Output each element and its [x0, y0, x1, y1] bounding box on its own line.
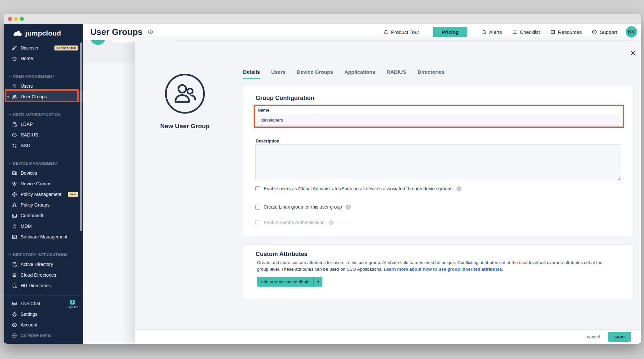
sidebar-item-software-management[interactable]: Software Management: [4, 231, 83, 242]
topbar-resources[interactable]: Resources: [550, 29, 582, 35]
cloud-directories-icon: [12, 272, 17, 278]
chevron-down-icon: [8, 253, 11, 256]
info-icon[interactable]: i: [329, 220, 334, 225]
policy-groups-icon: [12, 202, 17, 208]
chevron-down-icon: [8, 75, 11, 78]
jumpcloud-logo[interactable]: jumpcloud: [4, 24, 83, 43]
device-groups-icon: [12, 181, 17, 187]
zoom-window-button[interactable]: [20, 17, 24, 21]
custom-attributes-description: Create and store custom attributes for u…: [257, 259, 613, 273]
sidebar-item-commands[interactable]: Commands: [4, 210, 83, 221]
devices-icon: [12, 170, 17, 176]
caret-down-icon: [314, 281, 322, 283]
close-window-button[interactable]: [8, 17, 12, 21]
window-titlebar: [4, 14, 641, 24]
bell-icon: [481, 29, 487, 35]
sidebar-item-device-groups[interactable]: Device Groups: [4, 178, 83, 189]
sidebar-item-collapse-menu[interactable]: Collapse Menu: [4, 330, 83, 341]
tab-details[interactable]: Details: [243, 69, 260, 79]
topbar-alerts[interactable]: Alerts: [481, 29, 502, 35]
checkbox[interactable]: [255, 186, 260, 191]
book-icon: [550, 29, 556, 35]
sidebar-item-sso[interactable]: SSO: [4, 140, 83, 151]
save-button[interactable]: save: [608, 332, 631, 342]
sidebar-item-account[interactable]: Account: [4, 319, 83, 330]
description-textarea[interactable]: [255, 144, 621, 180]
checkbox-row-enable-samba-authentication[interactable]: Enable Samba Authenticationi: [255, 220, 334, 225]
sidebar-item-devices[interactable]: Devices: [4, 168, 83, 178]
minimize-window-button[interactable]: [14, 17, 18, 21]
tab-device-groups[interactable]: Device Groups: [297, 69, 333, 79]
sidebar: jumpcloud DiscoverGET STARTEDHomeUSER MA…: [4, 24, 83, 344]
radius-icon: [12, 132, 17, 138]
user-group-hero-icon: [164, 73, 206, 115]
learn-more-link[interactable]: Learn more about how to use group inheri…: [384, 267, 503, 272]
topbar-support[interactable]: Support: [592, 29, 617, 35]
sidebar-item-policy-groups[interactable]: Policy Groups: [4, 200, 83, 210]
topbar-checklist[interactable]: Checklist: [512, 29, 540, 35]
sidebar-item-discover[interactable]: DiscoverGET STARTED: [4, 43, 83, 53]
sidebar-section-user-management[interactable]: USER MANAGEMENT: [4, 64, 83, 81]
drawer-entity-label: New User Group: [142, 123, 228, 130]
chevron-down-icon: [8, 162, 11, 165]
gear-icon: [12, 312, 17, 317]
sidebar-item-users[interactable]: Users: [4, 81, 83, 91]
checkbox-row-create-linux-group-for-this-user-group[interactable]: Create Linux group for this user groupi: [255, 204, 351, 210]
checkbox[interactable]: [255, 205, 260, 210]
pricing-button[interactable]: Pricing: [433, 27, 467, 37]
commands-icon: [12, 213, 17, 219]
topbar-actions: Product TourPricingAlertsChecklistResour…: [383, 26, 641, 38]
sidebar-scrollbar[interactable]: [80, 43, 82, 231]
sidebar-item-settings[interactable]: Settings: [4, 309, 83, 319]
ldap-icon: [12, 122, 17, 127]
tab-radius[interactable]: RADIUS: [386, 69, 406, 79]
sidebar-item-policy-management[interactable]: Policy ManagementNEW: [4, 189, 83, 200]
info-icon[interactable]: i: [456, 186, 461, 191]
sidebar-nav: DiscoverGET STARTEDHomeUSER MANAGEMENTUs…: [4, 43, 83, 308]
checkbox[interactable]: [255, 220, 260, 225]
tab-users[interactable]: Users: [271, 69, 285, 79]
sidebar-section-directory-integrations[interactable]: DIRECTORY INTEGRATIONS: [4, 242, 83, 259]
sidebar-item-live-chat[interactable]: Live Chat1days left: [4, 298, 83, 309]
account-icon: [12, 322, 17, 328]
app-body: jumpcloud DiscoverGET STARTEDHomeUSER MA…: [4, 24, 641, 344]
sidebar-item-radius[interactable]: RADIUS: [4, 130, 83, 140]
sidebar-section-user-authentication[interactable]: USER AUTHENTICATION: [4, 102, 83, 119]
tab-applications[interactable]: Applications: [344, 69, 375, 79]
close-icon[interactable]: [630, 50, 636, 56]
chevron-down-icon: [8, 113, 11, 116]
bell-icon: [383, 29, 389, 35]
drawer-footer: cancel save: [135, 329, 641, 344]
sidebar-footer: Live Chat1days leftSettingsAccountCollap…: [4, 295, 83, 341]
topbar: User Groups Product TourPricingAlertsChe…: [83, 24, 641, 40]
cancel-button[interactable]: cancel: [587, 334, 600, 339]
sidebar-section-device-management[interactable]: DEVICE MANAGEMENT: [4, 151, 83, 168]
checkbox-row-enable-users-as-global-administrator-sud[interactable]: Enable users as Global Administrator/Sud…: [255, 186, 461, 191]
sidebar-item-ldap[interactable]: LDAP: [4, 119, 83, 130]
sidebar-item-hr-directories[interactable]: HR Directories: [4, 280, 83, 291]
user-avatar[interactable]: KK: [626, 26, 637, 38]
info-icon[interactable]: [147, 29, 153, 35]
group-name-input[interactable]: [258, 114, 620, 126]
sidebar-item-mdm[interactable]: MDM: [4, 221, 83, 231]
page-title: User Groups: [90, 27, 143, 37]
name-field-highlight: Name: [254, 105, 624, 128]
topbar-product-tour[interactable]: Product Tour: [383, 29, 419, 35]
tab-directories[interactable]: Directories: [418, 69, 444, 79]
app-window: jumpcloud DiscoverGET STARTEDHomeUSER MA…: [4, 14, 641, 344]
sidebar-item-user-groups[interactable]: User Groups: [4, 91, 83, 102]
add-custom-attribute-button[interactable]: add new custom attribute: [257, 277, 322, 287]
drawer-hero: New User Group: [142, 73, 228, 130]
group-configuration-title: Group Configuration: [256, 95, 314, 102]
sidebar-item-active-directory[interactable]: Active Directory: [4, 259, 83, 270]
policy-management-icon: [12, 192, 17, 197]
sidebar-item-cloud-directories[interactable]: Cloud Directories: [4, 270, 83, 280]
drawer-tabs: DetailsUsersDevice GroupsApplicationsRAD…: [243, 69, 444, 79]
user-group-icon: [12, 94, 17, 100]
user-icon: [12, 83, 17, 89]
info-icon[interactable]: i: [346, 205, 351, 210]
add-custom-attribute-label: add new custom attribute: [257, 279, 313, 284]
active-directory-icon: [12, 262, 17, 267]
sidebar-item-home[interactable]: Home: [4, 53, 83, 64]
custom-attributes-title: Custom Attributes: [256, 251, 307, 258]
